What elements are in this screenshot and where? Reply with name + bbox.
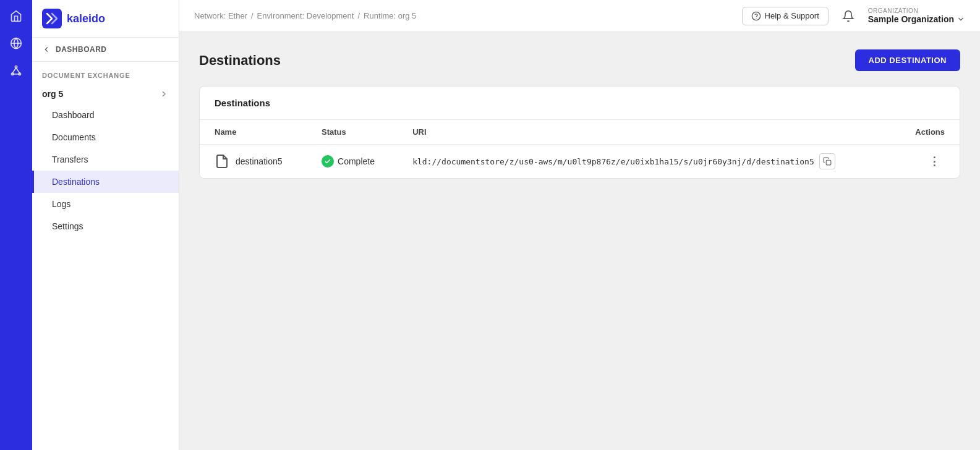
table-row: destination5 Complete <box>200 145 960 179</box>
dashboard-label: DASHBOARD <box>56 45 107 54</box>
help-support-button[interactable]: Help & Support <box>742 7 829 25</box>
breadcrumb-network: Network: Ether <box>194 11 247 20</box>
sidebar-item-logs[interactable]: Logs <box>32 193 179 215</box>
breadcrumb-sep1: / <box>251 11 254 20</box>
main-content: Network: Ether / Environment: Developmen… <box>179 0 980 450</box>
more-actions-button[interactable]: ⋮ <box>924 153 945 170</box>
sidebar-item-dashboard[interactable]: Dashboard <box>32 104 179 126</box>
page-header: Destinations ADD DESTINATION <box>199 49 960 71</box>
destinations-table: Name Status URI Actions <box>200 120 960 178</box>
breadcrumb-runtime: Runtime: org 5 <box>364 11 416 20</box>
help-label: Help & Support <box>765 11 819 20</box>
breadcrumb-sep2: / <box>357 11 360 20</box>
sidebar: kaleido DASHBOARD DOCUMENT EXCHANGE org … <box>32 0 179 450</box>
org-name: org 5 <box>42 89 63 99</box>
notifications-button[interactable] <box>838 6 858 26</box>
sidebar-item-settings[interactable]: Settings <box>32 215 179 237</box>
org-selector[interactable]: ORGANIZATION Sample Organization <box>868 7 965 24</box>
icon-bar <box>0 0 32 450</box>
page-title: Destinations <box>199 53 281 69</box>
col-uri: URI <box>398 120 895 145</box>
globe-nav-icon[interactable] <box>5 32 27 54</box>
add-destination-button[interactable]: ADD DESTINATION <box>855 49 960 71</box>
col-status: Status <box>307 120 398 145</box>
destination-name: destination5 <box>236 156 283 166</box>
org-display-name: Sample Organization <box>868 14 954 24</box>
logo[interactable]: kaleido <box>32 0 179 38</box>
section-label: DOCUMENT EXCHANGE <box>32 62 179 84</box>
org-section-label: ORGANIZATION <box>868 7 965 14</box>
destination-status-cell: Complete <box>307 145 398 179</box>
col-name: Name <box>200 120 307 145</box>
destinations-card: Destinations Name Status URI Actions <box>199 86 960 179</box>
dashboard-link[interactable]: DASHBOARD <box>32 38 179 62</box>
logo-text: kaleido <box>67 12 105 25</box>
breadcrumb: Network: Ether / Environment: Developmen… <box>194 11 416 20</box>
col-actions: Actions <box>895 120 960 145</box>
uri-text: kld://documentstore/z/us0-aws/m/u0lt9p87… <box>412 157 814 166</box>
org-name-row: Sample Organization <box>868 14 965 24</box>
home-nav-icon[interactable] <box>5 5 27 27</box>
sidebar-item-documents[interactable]: Documents <box>32 126 179 148</box>
topbar-right: Help & Support ORGANIZATION Sample Organ… <box>742 6 965 26</box>
svg-line-5 <box>12 68 16 73</box>
org-row[interactable]: org 5 <box>32 84 179 104</box>
svg-rect-11 <box>826 160 831 165</box>
status-icon <box>322 155 334 168</box>
svg-line-6 <box>16 68 20 73</box>
card-title: Destinations <box>200 87 960 120</box>
topbar: Network: Ether / Environment: Developmen… <box>179 0 980 32</box>
destination-name-cell: destination5 <box>200 145 307 179</box>
status-text: Complete <box>338 156 375 166</box>
copy-uri-button[interactable] <box>819 153 835 169</box>
breadcrumb-environment: Environment: Development <box>257 11 354 20</box>
content-area: Destinations ADD DESTINATION Destination… <box>179 32 980 450</box>
destination-actions-cell: ⋮ <box>895 145 960 179</box>
svg-point-2 <box>15 66 17 68</box>
nodes-nav-icon[interactable] <box>5 59 27 82</box>
destination-uri-cell: kld://documentstore/z/us0-aws/m/u0lt9p87… <box>398 145 895 179</box>
sidebar-item-destinations[interactable]: Destinations <box>32 171 179 193</box>
sidebar-item-transfers[interactable]: Transfers <box>32 148 179 171</box>
